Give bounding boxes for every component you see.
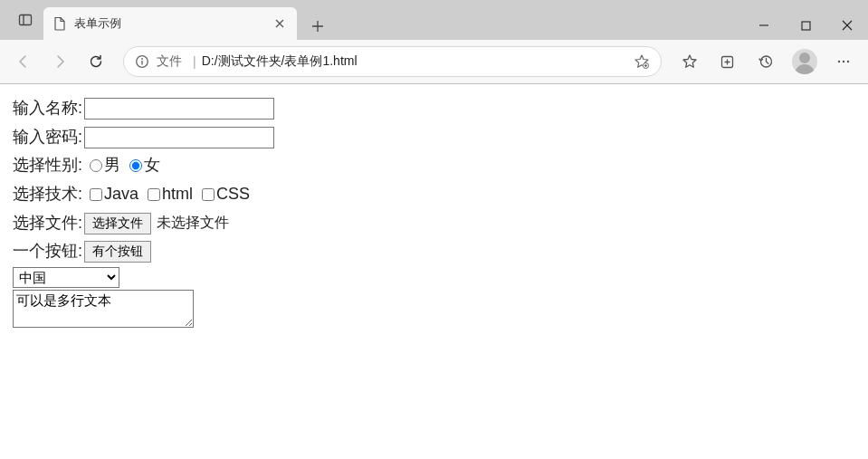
profile-avatar[interactable] bbox=[792, 49, 817, 74]
name-label: 输入名称: bbox=[13, 95, 82, 122]
minimize-button[interactable] bbox=[743, 11, 785, 40]
tab-title: 表单示例 bbox=[74, 15, 261, 32]
svg-rect-6 bbox=[141, 61, 142, 65]
forward-button[interactable] bbox=[43, 45, 76, 78]
back-button[interactable] bbox=[7, 45, 40, 78]
close-tab-icon[interactable] bbox=[272, 15, 288, 32]
password-input[interactable] bbox=[84, 127, 274, 148]
tech-checkbox-java[interactable] bbox=[90, 188, 102, 201]
svg-point-5 bbox=[141, 58, 143, 60]
gender-option-male: 男 bbox=[104, 152, 120, 179]
toolbar: 文件 | D:/测试文件夹/表单例1.html bbox=[0, 40, 868, 83]
svg-point-11 bbox=[843, 61, 844, 62]
address-scheme: 文件 bbox=[157, 53, 182, 70]
close-window-button[interactable] bbox=[826, 11, 868, 40]
address-path: D:/测试文件夹/表单例1.html bbox=[202, 53, 626, 70]
page-icon bbox=[52, 16, 67, 31]
gender-option-female: 女 bbox=[144, 152, 160, 179]
gender-radio-male[interactable] bbox=[90, 159, 102, 172]
svg-rect-0 bbox=[20, 15, 32, 25]
generic-button[interactable]: 有个按钮 bbox=[84, 241, 151, 263]
add-favorite-icon[interactable] bbox=[634, 53, 650, 70]
tech-label: 选择技术: bbox=[13, 181, 82, 208]
password-label: 输入密码: bbox=[13, 124, 82, 151]
collections-button[interactable] bbox=[711, 45, 745, 78]
refresh-button[interactable] bbox=[80, 45, 112, 78]
tech-checkbox-html[interactable] bbox=[148, 188, 160, 201]
new-tab-button[interactable] bbox=[304, 13, 331, 40]
site-info-icon[interactable] bbox=[135, 54, 149, 69]
svg-rect-3 bbox=[802, 22, 810, 30]
browser-tab[interactable]: 表单示例 bbox=[43, 7, 297, 40]
gender-radio-female[interactable] bbox=[129, 159, 142, 172]
tech-option-css: CSS bbox=[216, 181, 250, 208]
gender-label: 选择性别: bbox=[13, 152, 82, 179]
tech-checkbox-css[interactable] bbox=[202, 188, 215, 201]
name-input[interactable] bbox=[84, 98, 274, 120]
page-content: 输入名称: 输入密码: 选择性别: 男 女 选择技术: Java html CS… bbox=[0, 84, 868, 337]
notes-textarea[interactable] bbox=[13, 290, 194, 328]
file-status: 未选择文件 bbox=[157, 211, 229, 234]
country-select[interactable]: 中国 bbox=[13, 267, 119, 288]
browser-chrome: 表单示例 bbox=[0, 0, 868, 84]
favorites-button[interactable] bbox=[672, 45, 707, 78]
address-divider: | bbox=[193, 54, 196, 69]
tab-bar: 表单示例 bbox=[0, 0, 868, 40]
maximize-button[interactable] bbox=[785, 11, 826, 40]
svg-point-10 bbox=[838, 61, 840, 62]
tab-actions-button[interactable] bbox=[11, 5, 40, 34]
address-bar[interactable]: 文件 | D:/测试文件夹/表单例1.html bbox=[123, 46, 662, 77]
button-row-label: 一个按钮: bbox=[13, 238, 82, 265]
svg-point-12 bbox=[847, 61, 849, 62]
menu-button[interactable] bbox=[826, 45, 861, 78]
tech-option-java: Java bbox=[104, 181, 138, 208]
file-choose-button[interactable]: 选择文件 bbox=[84, 213, 151, 234]
file-label: 选择文件: bbox=[13, 210, 82, 237]
tech-option-html: html bbox=[162, 181, 193, 208]
window-controls bbox=[743, 9, 868, 40]
history-button[interactable] bbox=[749, 45, 783, 78]
